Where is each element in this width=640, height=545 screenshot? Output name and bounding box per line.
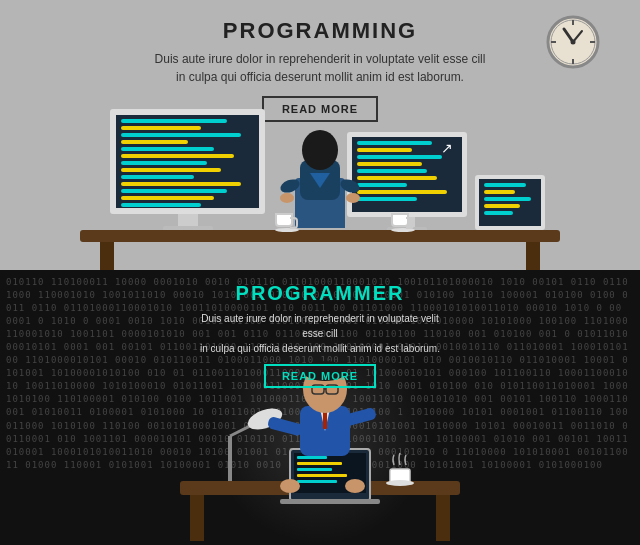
clock-icon <box>546 15 600 69</box>
monitor-right-group: ↗ <box>347 132 545 232</box>
top-subtitle: Duis aute irure dolor in reprehenderit i… <box>155 50 486 86</box>
svg-point-15 <box>280 193 294 203</box>
desk-area: ↗ <box>80 95 560 270</box>
read-more-button-bottom[interactable]: READ MORE <box>264 364 376 388</box>
desk-leg-right <box>526 240 540 270</box>
bottom-center-content: PROGRAMMER Duis aute irure dolor in repr… <box>200 270 440 545</box>
monitor-stand-left <box>178 214 198 226</box>
desk-leg-left <box>100 240 114 270</box>
screen-left <box>110 109 265 214</box>
tablet-screen <box>475 175 545 230</box>
svg-point-16 <box>346 193 360 203</box>
coffee-cup-left <box>275 213 299 232</box>
svg-point-11 <box>302 130 338 170</box>
monitor-left <box>110 109 265 232</box>
bottom-subtitle: Duis aute irure dolor in reprehenderit i… <box>200 311 440 356</box>
screen-right: ↗ <box>347 132 467 217</box>
coffee-cup-right <box>391 213 415 232</box>
bottom-section: 010110 110100011 10000 0001010 0010 0101… <box>0 270 640 545</box>
svg-point-8 <box>571 40 576 45</box>
desk-scene: ↗ <box>0 85 640 270</box>
tablet <box>475 175 545 232</box>
top-title: PROGRAMMING <box>223 18 417 44</box>
top-section: PROGRAMMING Duis aute irure dolor in rep… <box>0 0 640 270</box>
programmer-title: PROGRAMMER <box>236 282 405 305</box>
